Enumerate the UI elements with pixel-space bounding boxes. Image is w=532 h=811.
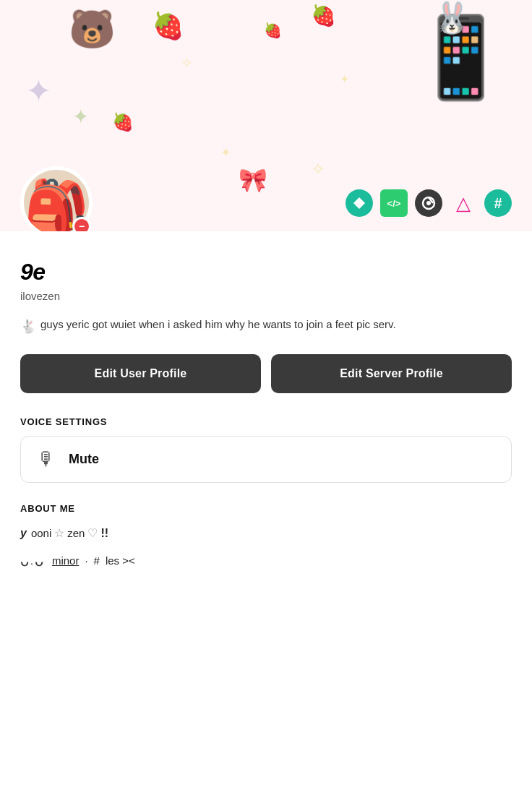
svg-point-1 [426, 201, 431, 205]
buttons-row: Edit User Profile Edit Server Profile [20, 354, 512, 393]
status-badge: − [72, 217, 91, 231]
star-small-sticker-3: ✦ [220, 145, 231, 160]
edit-user-profile-button[interactable]: Edit User Profile [20, 354, 261, 393]
about-row-1: y ooni ☆ zen ♡ !! [20, 523, 512, 544]
mute-label: Mute [69, 452, 99, 467]
y-icon: y [20, 523, 27, 544]
heart-charm-sticker: 🎀 [239, 166, 267, 194]
edit-server-profile-button[interactable]: Edit Server Profile [271, 354, 512, 393]
bio-text: guys yeric got wuiet when i asked him wh… [40, 317, 396, 333]
star-small-sticker-1: ✦ [72, 105, 89, 129]
about-name-zen: zen [67, 523, 85, 544]
user-handle: ilovezen [20, 290, 512, 302]
squiggle-dot: . [30, 552, 33, 571]
about-name-ooni: ooni [31, 523, 51, 544]
bio-section: 🐇 guys yeric got wuiet when i asked him … [20, 317, 512, 337]
about-bullet: · [85, 551, 87, 572]
bio-emoji: 🐇 [20, 317, 36, 337]
about-me-section: ABOUT ME y ooni ☆ zen ♡ !! ᴗ . ᴗ minor ·… [20, 503, 512, 575]
star-large-sticker: ✦ [25, 72, 52, 109]
profile-banner: 🐻 ✦ ✦ ✧ ✦ ✧ ✦ 🍓 🍓 🍓 🍓 📱 🐰 🎀 🎒 − </> [0, 0, 532, 231]
exclamation: !! [100, 523, 108, 544]
display-name: 9e [20, 259, 512, 286]
star-small-sticker-4: ✧ [311, 159, 325, 179]
about-me-content: y ooni ☆ zen ♡ !! ᴗ . ᴗ minor · # les >< [20, 523, 512, 575]
about-hash: # [94, 551, 100, 572]
squiggle-right-icon: ᴗ [35, 547, 43, 575]
badge-active-developer: </> [380, 189, 408, 217]
strawberry-sticker-3: 🍓 [112, 112, 134, 132]
profile-section: 9e ilovezen 🐇 guys yeric got wuiet when … [0, 244, 532, 575]
badge-nitro [415, 189, 442, 217]
badge-partner: # [484, 189, 512, 217]
voice-settings-section: VOICE SETTINGS 🎙 Mute [20, 416, 512, 483]
star-small-sticker-2: ✧ [181, 54, 193, 72]
bear-sticker: 🐻 [69, 7, 116, 51]
badges-row: </> △ # [346, 189, 512, 217]
mute-button[interactable]: 🎙 Mute [20, 436, 512, 483]
star-outline-icon: ☆ [54, 523, 64, 544]
star-small-sticker-5: ✦ [340, 72, 349, 86]
squiggle-left-icon: ᴗ [20, 547, 29, 575]
about-me-label: ABOUT ME [20, 503, 512, 514]
about-minor: minor [52, 551, 80, 572]
voice-settings-label: VOICE SETTINGS [20, 416, 512, 427]
microphone-icon: 🎙 [37, 448, 56, 471]
avatar-container: 🎒 − [20, 166, 93, 231]
bunny-sticker: 🐰 [433, 0, 471, 35]
strawberry-sticker-2: 🍓 [311, 4, 336, 27]
about-les: les >< [106, 551, 135, 572]
badge-early-supporter: △ [450, 189, 477, 217]
strawberry-sticker-1: 🍓 [152, 11, 184, 41]
heart-outline-icon: ♡ [87, 523, 98, 544]
badge-hypesquad [346, 189, 373, 217]
about-row-2: ᴗ . ᴗ minor · # les >< [20, 547, 512, 575]
strawberry-sticker-4: 🍓 [264, 22, 282, 39]
